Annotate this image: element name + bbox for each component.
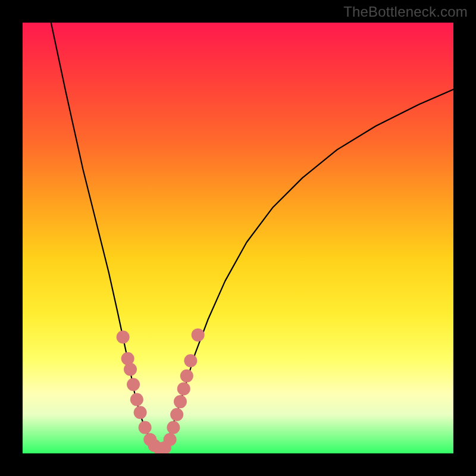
curve-left-curve	[51, 23, 159, 449]
plot-area	[23, 23, 453, 453]
data-point	[164, 433, 177, 446]
curve-right-curve	[159, 89, 453, 449]
watermark-text: TheBottleneck.com	[343, 4, 468, 20]
data-point	[130, 393, 143, 406]
data-point	[124, 363, 137, 376]
data-point	[184, 354, 197, 367]
data-point	[117, 331, 130, 344]
chart-frame: TheBottleneck.com	[0, 0, 476, 476]
curve-layer	[51, 23, 453, 449]
data-point	[174, 395, 187, 408]
data-point	[170, 408, 183, 421]
data-point	[139, 421, 152, 434]
data-point	[167, 421, 180, 434]
data-point	[180, 369, 193, 383]
data-point	[192, 328, 205, 342]
marker-layer	[117, 328, 205, 453]
data-point	[127, 378, 140, 391]
data-point	[177, 382, 190, 395]
plot-svg	[23, 23, 453, 453]
data-point	[134, 406, 147, 419]
